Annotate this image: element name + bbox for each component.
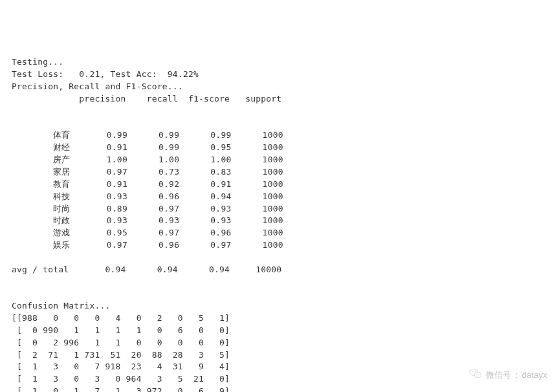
classification-report: 体育 0.99 0.99 0.99 1000 财经 0.91 0.99 0.95… — [12, 130, 283, 250]
testing-line: Testing... — [12, 57, 63, 67]
report-column-header: precision recall f1-score support — [12, 94, 281, 103]
wechat-icon — [469, 367, 482, 383]
avg-total-row: avg / total 0.94 0.94 0.94 10000 — [12, 265, 281, 274]
precision-header: Precision, Recall and F1-Score... — [12, 82, 183, 91]
confusion-header: Confusion Matrix... — [12, 301, 111, 310]
watermark-sep: : — [516, 369, 518, 382]
svg-point-2 — [472, 371, 473, 373]
watermark: 微信号: datayx — [469, 367, 547, 383]
watermark-label: 微信号 — [486, 369, 512, 382]
confusion-matrix: [[988 0 0 0 4 0 2 0 5 1] [ 0 990 1 1 1 1… — [12, 313, 235, 392]
svg-point-3 — [474, 371, 476, 373]
watermark-value: datayx — [521, 369, 547, 382]
test-loss-line: Test Loss: 0.21, Test Acc: 94.22% — [12, 69, 199, 79]
svg-point-4 — [476, 374, 477, 375]
svg-point-1 — [474, 372, 481, 377]
svg-point-5 — [478, 374, 479, 375]
